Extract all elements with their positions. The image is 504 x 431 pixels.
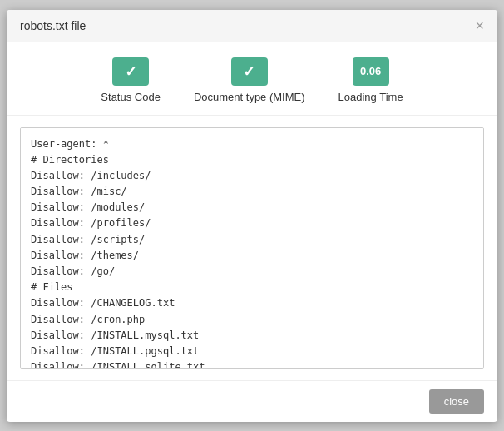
document-type-badge: ✓ xyxy=(231,57,268,86)
loading-time-label: Loading Time xyxy=(338,91,403,103)
robots-txt-content-area[interactable]: User-agent: * # Directories Disallow: /i… xyxy=(20,127,484,369)
indicators-bar: ✓ Status Code ✓ Document type (MIME) 0.0… xyxy=(7,42,497,116)
modal-header: robots.txt file × xyxy=(7,10,497,42)
modal-footer: close xyxy=(7,380,497,422)
status-code-badge: ✓ xyxy=(112,57,149,86)
loading-time-value: 0.06 xyxy=(360,65,381,77)
modal-container: robots.txt file × ✓ Status Code ✓ Docume… xyxy=(7,10,497,422)
indicator-document-type: ✓ Document type (MIME) xyxy=(194,57,305,103)
robots-txt-text: User-agent: * # Directories Disallow: /i… xyxy=(31,136,473,369)
check-icon: ✓ xyxy=(243,62,255,81)
check-icon: ✓ xyxy=(125,62,137,81)
indicator-status-code: ✓ Status Code xyxy=(101,57,161,103)
indicator-loading-time: 0.06 Loading Time xyxy=(338,57,403,103)
document-type-label: Document type (MIME) xyxy=(194,91,305,103)
close-button[interactable]: close xyxy=(429,389,484,414)
close-x-button[interactable]: × xyxy=(475,18,484,33)
status-code-label: Status Code xyxy=(101,91,161,103)
modal-title: robots.txt file xyxy=(20,19,86,32)
loading-time-badge: 0.06 xyxy=(353,57,389,86)
